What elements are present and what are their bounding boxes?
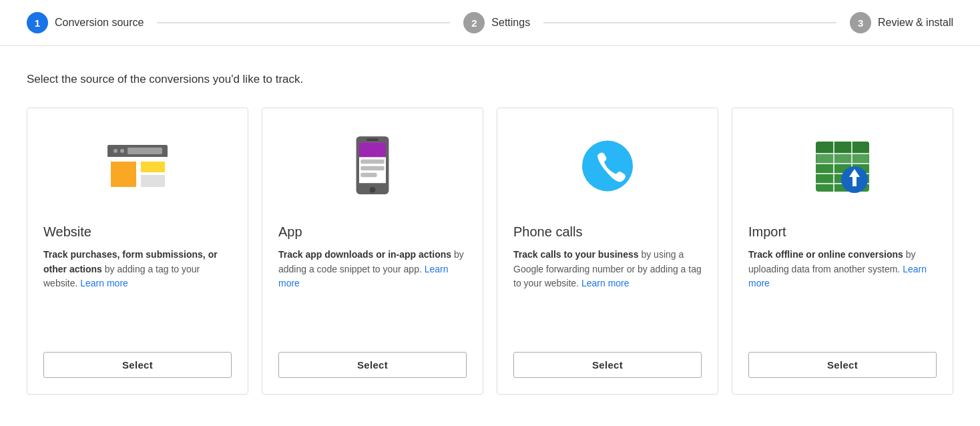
stepper: 1 Conversion source 2 Settings 3 Review … — [0, 0, 980, 46]
svg-rect-11 — [366, 139, 379, 141]
page-subtitle: Select the source of the conversions you… — [27, 73, 953, 86]
svg-point-3 — [120, 149, 124, 153]
step-connector-2 — [543, 22, 836, 23]
svg-rect-27 — [816, 154, 833, 163]
step-2-circle: 2 — [463, 12, 485, 33]
svg-rect-14 — [360, 160, 385, 164]
step-connector-1 — [157, 22, 450, 23]
svg-rect-7 — [141, 162, 165, 172]
svg-rect-15 — [360, 166, 385, 171]
step-1-circle: 1 — [27, 12, 48, 33]
phone-calls-icon — [513, 128, 702, 208]
card-website-title: Website — [43, 224, 91, 240]
svg-point-2 — [113, 149, 117, 153]
svg-rect-28 — [834, 154, 851, 163]
card-import-desc: Track offline or online conversions by u… — [748, 248, 937, 336]
card-website-learn-more[interactable]: Learn more — [80, 278, 128, 288]
svg-rect-20 — [816, 142, 869, 154]
card-app-desc: Track app downloads or in-app actions by… — [278, 248, 467, 336]
step-1: 1 Conversion source — [27, 12, 144, 33]
svg-rect-8 — [141, 175, 165, 187]
card-website: Website Track purchases, form submission… — [27, 108, 248, 395]
card-phone-desc: Track calls to your business by using a … — [513, 248, 702, 336]
card-import-title: Import — [748, 224, 786, 240]
svg-rect-16 — [360, 173, 377, 178]
svg-rect-6 — [111, 162, 136, 187]
svg-point-12 — [370, 187, 376, 193]
card-import: Import Track offline or online conversio… — [732, 108, 953, 395]
svg-rect-4 — [128, 148, 162, 154]
card-import-desc-bold: Track offline or online conversions — [748, 249, 903, 260]
card-website-desc: Track purchases, form submissions, or ot… — [43, 248, 232, 336]
step-3: 3 Review & install — [850, 12, 953, 33]
card-phone-title: Phone calls — [513, 224, 582, 240]
svg-rect-29 — [852, 154, 869, 163]
cards-container: Website Track purchases, form submission… — [27, 108, 953, 395]
svg-rect-13 — [359, 142, 386, 157]
import-icon — [748, 128, 937, 208]
app-icon — [278, 128, 467, 208]
card-phone-desc-bold: Track calls to your business — [513, 249, 639, 260]
card-phone-learn-more[interactable]: Learn more — [581, 278, 630, 288]
card-app-select-button[interactable]: Select — [278, 352, 467, 378]
card-website-select-button[interactable]: Select — [43, 352, 232, 378]
main-content: Select the source of the conversions you… — [0, 46, 980, 415]
card-import-select-button[interactable]: Select — [748, 352, 937, 378]
card-app-desc-bold: Track app downloads or in-app actions — [278, 249, 451, 260]
card-phone-select-button[interactable]: Select — [513, 352, 702, 378]
step-2: 2 Settings — [463, 12, 530, 33]
card-phone: Phone calls Track calls to your business… — [497, 108, 718, 395]
step-3-label: Review & install — [878, 17, 953, 29]
card-app: App Track app downloads or in-app action… — [262, 108, 483, 395]
card-app-title: App — [278, 224, 302, 240]
step-3-circle: 3 — [850, 12, 871, 33]
website-icon — [43, 128, 232, 208]
step-1-label: Conversion source — [55, 17, 144, 29]
step-2-label: Settings — [491, 17, 530, 29]
